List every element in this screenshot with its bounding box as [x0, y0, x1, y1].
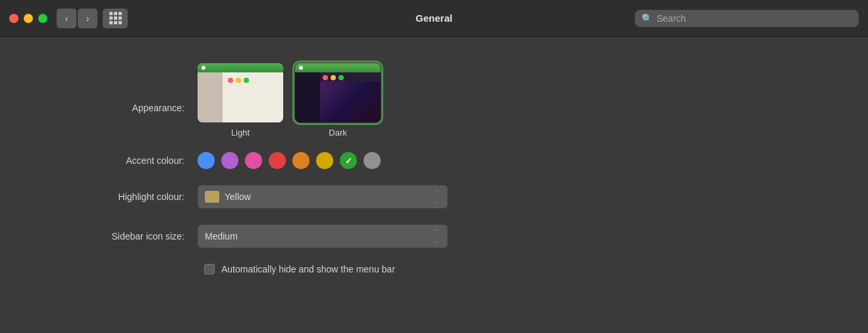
search-icon: 🔍 [641, 13, 653, 24]
highlight-colour-row: Highlight colour: Yellow ⌃ ⌃ [0, 177, 868, 217]
titlebar: ‹ › General 🔍 [0, 0, 868, 37]
menu-bar-row: Automatically hide and show the menu bar [0, 256, 868, 282]
chevron-up-down-icon: ⌃ ⌃ [434, 189, 441, 205]
accent-yellow[interactable] [316, 152, 333, 169]
page-title: General [416, 13, 452, 24]
light-preview-thumb [198, 63, 283, 122]
sidebar-icon-size-label: Sidebar icon size: [53, 231, 184, 242]
search-box[interactable]: 🔍 [635, 10, 859, 27]
accent-orange[interactable] [292, 152, 310, 169]
highlight-colour-dropdown[interactable]: Yellow ⌃ ⌃ [198, 185, 448, 209]
appearance-dark-option[interactable]: Dark [295, 63, 381, 138]
search-input[interactable] [657, 13, 852, 24]
accent-red[interactable] [269, 152, 286, 169]
maximize-button[interactable] [38, 14, 47, 23]
content-area: Appearance: [0, 37, 868, 302]
highlight-colour-value: Yellow [225, 192, 434, 202]
minimize-button[interactable] [24, 14, 33, 23]
sidebar-icon-size-value: Medium [205, 231, 434, 242]
light-label: Light [231, 128, 250, 138]
menu-bar-checkbox-label: Automatically hide and show the menu bar [221, 264, 395, 274]
accent-colour-options [198, 152, 381, 169]
menu-bar-checkbox[interactable] [204, 264, 215, 274]
accent-gray[interactable] [364, 152, 381, 169]
accent-green[interactable] [340, 152, 357, 169]
accent-purple[interactable] [221, 152, 238, 169]
dark-preview-thumb [295, 63, 381, 122]
accent-pink[interactable] [245, 152, 262, 169]
traffic-lights [9, 14, 47, 23]
highlight-colour-label: Highlight colour: [53, 192, 184, 202]
sidebar-icon-size-dropdown[interactable]: Medium ⌃ ⌃ [198, 224, 448, 248]
dark-label: Dark [329, 128, 346, 138]
nav-buttons: ‹ › [57, 9, 128, 28]
grid-icon [109, 12, 122, 24]
highlight-colour-swatch [205, 191, 219, 203]
appearance-label: Appearance: [53, 63, 184, 113]
appearance-options: Light [198, 63, 381, 138]
grid-view-button[interactable] [103, 9, 128, 28]
accent-blue[interactable] [198, 152, 215, 169]
forward-button[interactable]: › [78, 9, 97, 28]
back-button[interactable]: ‹ [57, 9, 76, 28]
accent-colour-row: Accent colour: [0, 144, 868, 177]
sidebar-icon-size-row: Sidebar icon size: Medium ⌃ ⌃ [0, 217, 868, 256]
chevron-up-down-icon-2: ⌃ ⌃ [434, 228, 441, 244]
appearance-row: Appearance: [0, 57, 868, 144]
appearance-light-option[interactable]: Light [198, 63, 283, 138]
accent-colour-label: Accent colour: [53, 155, 184, 166]
close-button[interactable] [9, 14, 18, 23]
